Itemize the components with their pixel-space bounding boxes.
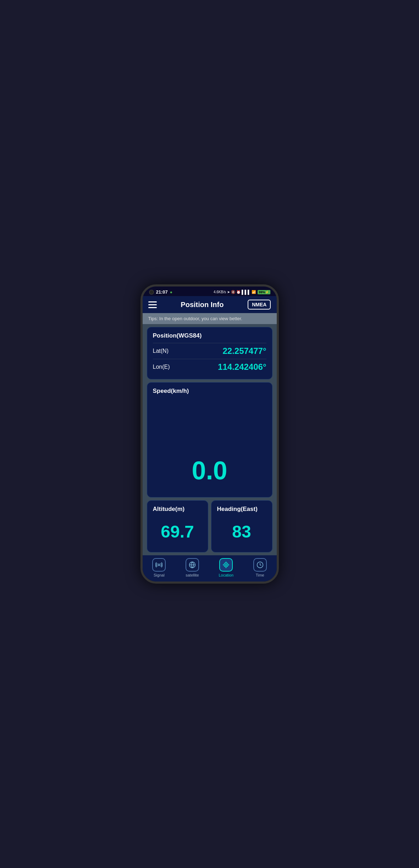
heading-value: 83 — [217, 516, 266, 547]
nav-item-location[interactable]: Location — [219, 558, 233, 577]
svg-point-0 — [158, 564, 160, 566]
nav-label-satellite: satellite — [186, 573, 199, 577]
network-speed: 4.6KB/s — [214, 290, 226, 294]
lon-value: 114.242406° — [218, 362, 266, 372]
bottom-nav: Signal satellite Location — [143, 555, 277, 582]
altitude-card: Altitude(m) 69.7 — [147, 500, 208, 552]
status-left: 21:07 ● — [149, 289, 173, 295]
mute-icon: 🔇 — [231, 290, 235, 294]
signal-nav-icon — [152, 558, 166, 572]
divider-1 — [153, 343, 266, 343]
status-right: 4.6KB/s ➤ 🔇 ⏰ ▌▌▌ 📶 99 %⚡ — [214, 290, 270, 295]
arrow-icon: ➤ — [227, 290, 230, 294]
status-time: 21:07 — [156, 289, 168, 295]
phone-frame: 21:07 ● 4.6KB/s ➤ 🔇 ⏰ ▌▌▌ 📶 99 %⚡ Positi… — [140, 284, 279, 584]
lat-label: Lat(N) — [153, 348, 169, 354]
location-nav-icon — [219, 558, 233, 572]
svg-point-4 — [224, 563, 228, 567]
speed-card: Speed(km/h) 0.0 — [147, 382, 272, 497]
page-title: Position Info — [181, 301, 224, 309]
nav-label-time: Time — [256, 573, 264, 577]
altitude-value: 69.7 — [153, 516, 202, 547]
nav-item-signal[interactable]: Signal — [152, 558, 166, 577]
lon-row: Lon(E) 114.242406° — [153, 360, 266, 374]
wifi-icon: 📶 — [252, 290, 256, 294]
tips-text: Tips: In the open outdoor, you can view … — [148, 316, 242, 321]
divider-2 — [153, 359, 266, 359]
hamburger-menu[interactable] — [148, 301, 157, 308]
nav-label-signal: Signal — [154, 573, 165, 577]
satellite-nav-icon — [186, 558, 199, 572]
alarm-icon: ⏰ — [236, 290, 241, 294]
heading-card: Heading(East) 83 — [211, 500, 272, 552]
nav-item-time[interactable]: Time — [253, 558, 267, 577]
top-nav: Position Info NMEA — [143, 296, 277, 313]
lat-row: Lat(N) 22.257477° — [153, 344, 266, 358]
svg-point-3 — [225, 564, 227, 566]
main-content: Position(WGS84) Lat(N) 22.257477° Lon(E)… — [143, 324, 277, 555]
status-bar: 21:07 ● 4.6KB/s ➤ 🔇 ⏰ ▌▌▌ 📶 99 %⚡ — [143, 286, 277, 296]
bottom-cards-row: Altitude(m) 69.7 Heading(East) 83 — [147, 500, 272, 552]
nav-item-satellite[interactable]: satellite — [186, 558, 199, 577]
position-card: Position(WGS84) Lat(N) 22.257477° Lon(E)… — [147, 327, 272, 379]
camera-dot — [149, 290, 154, 295]
heading-card-title: Heading(East) — [217, 506, 258, 513]
battery-indicator: 99 %⚡ — [258, 290, 270, 294]
lat-value: 22.257477° — [222, 346, 266, 356]
lon-label: Lon(E) — [153, 364, 170, 370]
speed-card-title: Speed(km/h) — [153, 388, 189, 395]
position-card-title: Position(WGS84) — [153, 332, 266, 339]
status-icon-green: ● — [170, 290, 172, 295]
nav-label-location: Location — [219, 573, 233, 577]
signal-icon: ▌▌▌ — [242, 290, 251, 295]
tips-bar: Tips: In the open outdoor, you can view … — [143, 313, 277, 324]
nmea-button[interactable]: NMEA — [248, 300, 271, 310]
altitude-card-title: Altitude(m) — [153, 506, 185, 513]
time-nav-icon — [253, 558, 267, 572]
speed-value: 0.0 — [153, 449, 266, 492]
